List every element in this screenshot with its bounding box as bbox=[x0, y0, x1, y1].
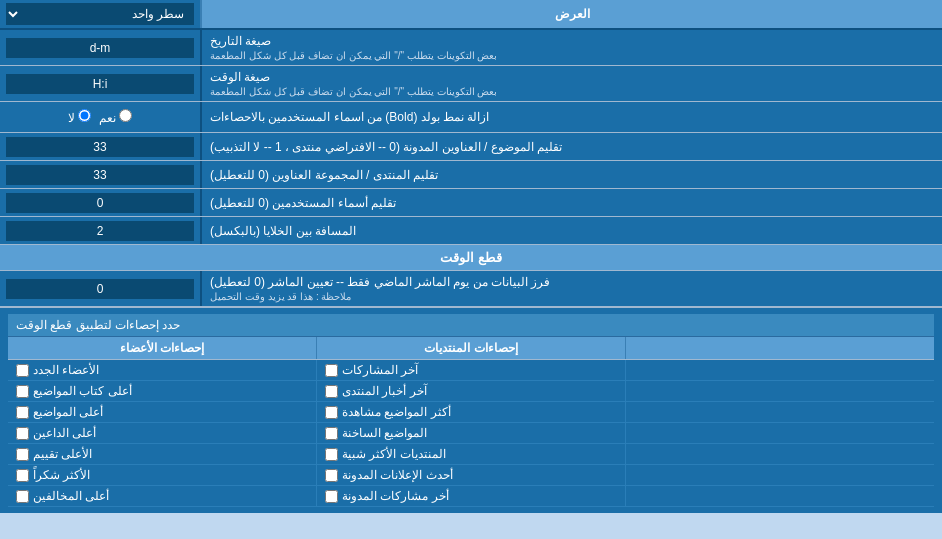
remove-bold-radio-container: نعم لا bbox=[0, 102, 200, 132]
date-format-label: صيغة التاريخ بعض التكوينات يتطلب "/" الت… bbox=[200, 30, 942, 65]
username-trim-row: تقليم أسماء المستخدمين (0 للتعطيل) bbox=[0, 189, 942, 217]
checkbox-row-5: المنتديات الأكثر شبية الأعلى تقييم bbox=[8, 444, 934, 465]
col2-cell-6: أحدث الإعلانات المدونة bbox=[316, 465, 625, 485]
date-format-input[interactable] bbox=[6, 38, 194, 58]
checkboxes-section: حدد إحصاءات لتطبيق قطع الوقت إحصاءات الم… bbox=[0, 307, 942, 513]
cut-value-label: فرز البيانات من يوم الماشر الماضي فقط --… bbox=[200, 271, 942, 306]
subject-trim-input-container bbox=[0, 133, 200, 160]
col3-header bbox=[625, 337, 934, 359]
radio-no[interactable] bbox=[78, 109, 91, 122]
radio-yes-label: نعم bbox=[99, 109, 132, 125]
radio-no-label: لا bbox=[68, 109, 91, 125]
cut-value-row: فرز البيانات من يوم الماشر الماضي فقط --… bbox=[0, 271, 942, 307]
col2-cell-2: آخر أخبار المنتدى bbox=[316, 381, 625, 401]
col2-header: إحصاءات المنتديات bbox=[316, 337, 625, 359]
subject-trim-label: تقليم الموضوع / العناوين المدونة (0 -- ا… bbox=[200, 133, 942, 160]
username-trim-label: تقليم أسماء المستخدمين (0 للتعطيل) bbox=[200, 189, 942, 216]
checkbox-hot-topics[interactable] bbox=[325, 427, 338, 440]
remove-bold-row: ازالة نمط بولد (Bold) من اسماء المستخدمي… bbox=[0, 102, 942, 133]
cut-value-input[interactable] bbox=[6, 279, 194, 299]
col3-cell-2 bbox=[625, 381, 934, 401]
time-format-input[interactable] bbox=[6, 74, 194, 94]
username-trim-input[interactable] bbox=[6, 193, 194, 213]
col2-cell-4: المواضيع الساخنة bbox=[316, 423, 625, 443]
checkbox-top-posters[interactable] bbox=[16, 385, 29, 398]
col2-cell-5: المنتديات الأكثر شبية bbox=[316, 444, 625, 464]
subject-trim-row: تقليم الموضوع / العناوين المدونة (0 -- ا… bbox=[0, 133, 942, 161]
checkbox-row-3: أكثر المواضيع مشاهدة أعلى المواضيع bbox=[8, 402, 934, 423]
col3-cell-7 bbox=[625, 486, 934, 506]
col3-cell-1 bbox=[625, 360, 934, 380]
col2-cell-7: أخر مشاركات المدونة bbox=[316, 486, 625, 506]
cell-spacing-label: المسافة بين الخلايا (بالبكسل) bbox=[200, 217, 942, 244]
checkbox-most-active-forums[interactable] bbox=[325, 448, 338, 461]
checkbox-blog-posts[interactable] bbox=[325, 490, 338, 503]
checkbox-row-4: المواضيع الساخنة أعلى الداعين bbox=[8, 423, 934, 444]
display-select[interactable]: سطر واحد سطرين ثلاثة أسطر bbox=[6, 3, 194, 25]
col1-cell-6: الأكثر شكراً bbox=[8, 465, 316, 485]
col3-cell-5 bbox=[625, 444, 934, 464]
col1-cell-4: أعلى الداعين bbox=[8, 423, 316, 443]
display-select-container: سطر واحد سطرين ثلاثة أسطر bbox=[0, 0, 200, 28]
col1-header: إحصاءات الأعضاء bbox=[8, 337, 316, 359]
checkbox-row-1: آخر المشاركات الأعضاء الجدد bbox=[8, 360, 934, 381]
checkbox-row-7: أخر مشاركات المدونة أعلى المخالفين bbox=[8, 486, 934, 507]
username-trim-input-container bbox=[0, 189, 200, 216]
col3-cell-3 bbox=[625, 402, 934, 422]
col1-cell-7: أعلى المخالفين bbox=[8, 486, 316, 506]
col3-cell-4 bbox=[625, 423, 934, 443]
date-format-row: صيغة التاريخ بعض التكوينات يتطلب "/" الت… bbox=[0, 30, 942, 66]
col1-cell-3: أعلى المواضيع bbox=[8, 402, 316, 422]
checkbox-last-posts[interactable] bbox=[325, 364, 338, 377]
checkbox-forum-news[interactable] bbox=[325, 385, 338, 398]
col3-cell-6 bbox=[625, 465, 934, 485]
col2-cell-3: أكثر المواضيع مشاهدة bbox=[316, 402, 625, 422]
cut-section-header: قطع الوقت bbox=[0, 245, 942, 271]
checkbox-latest-blog[interactable] bbox=[325, 469, 338, 482]
checkbox-top-topics[interactable] bbox=[16, 406, 29, 419]
forum-trim-row: تقليم المنتدى / المجموعة العناوين (0 للت… bbox=[0, 161, 942, 189]
checkboxes-header: إحصاءات المنتديات إحصاءات الأعضاء bbox=[8, 337, 934, 360]
date-format-input-container bbox=[0, 30, 200, 65]
time-format-row: صيغة الوقت بعض التكوينات يتطلب "/" التي … bbox=[0, 66, 942, 102]
subject-trim-input[interactable] bbox=[6, 137, 194, 157]
cell-spacing-row: المسافة بين الخلايا (بالبكسل) bbox=[0, 217, 942, 245]
checkbox-top-violators[interactable] bbox=[16, 490, 29, 503]
cut-value-input-container bbox=[0, 271, 200, 306]
time-format-input-container bbox=[0, 66, 200, 101]
cell-spacing-input-container bbox=[0, 217, 200, 244]
forum-trim-input[interactable] bbox=[6, 165, 194, 185]
checkbox-new-members[interactable] bbox=[16, 364, 29, 377]
remove-bold-label: ازالة نمط بولد (Bold) من اسماء المستخدمي… bbox=[200, 102, 942, 132]
col1-cell-1: الأعضاء الجدد bbox=[8, 360, 316, 380]
display-label: العرض bbox=[200, 0, 942, 28]
checkbox-most-viewed[interactable] bbox=[325, 406, 338, 419]
cell-spacing-input[interactable] bbox=[6, 221, 194, 241]
checkbox-top-rated[interactable] bbox=[16, 448, 29, 461]
col2-cell-1: آخر المشاركات bbox=[316, 360, 625, 380]
checkbox-row-6: أحدث الإعلانات المدونة الأكثر شكراً bbox=[8, 465, 934, 486]
checkbox-most-thanked[interactable] bbox=[16, 469, 29, 482]
limit-row: حدد إحصاءات لتطبيق قطع الوقت bbox=[8, 314, 934, 337]
forum-trim-label: تقليم المنتدى / المجموعة العناوين (0 للت… bbox=[200, 161, 942, 188]
checkbox-top-referrers[interactable] bbox=[16, 427, 29, 440]
checkbox-row-2: آخر أخبار المنتدى أعلى كتاب المواضيع bbox=[8, 381, 934, 402]
radio-yes[interactable] bbox=[119, 109, 132, 122]
forum-trim-input-container bbox=[0, 161, 200, 188]
time-format-label: صيغة الوقت بعض التكوينات يتطلب "/" التي … bbox=[200, 66, 942, 101]
col1-cell-5: الأعلى تقييم bbox=[8, 444, 316, 464]
col1-cell-2: أعلى كتاب المواضيع bbox=[8, 381, 316, 401]
